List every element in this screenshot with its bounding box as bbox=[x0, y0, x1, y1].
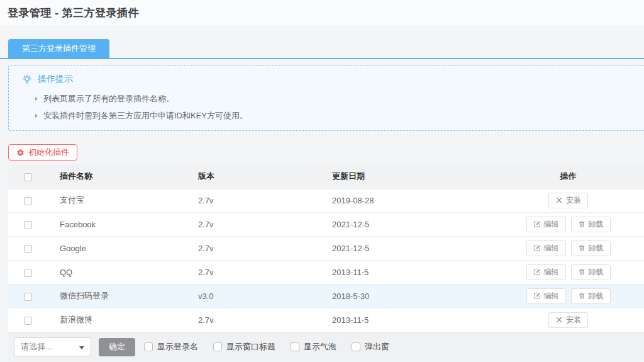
operation-tips-panel: 操作提示 列表页展示了所有的登录插件名称。 安装插件时需到各第三方应用中申请ID… bbox=[8, 65, 644, 131]
show-login-name-checkbox[interactable] bbox=[144, 342, 153, 351]
update-date-cell: 2013-11-5 bbox=[319, 308, 492, 332]
update-date-cell: 2019-08-28 bbox=[319, 188, 492, 212]
version-cell: 2.7v bbox=[186, 236, 319, 260]
row-checkbox[interactable] bbox=[24, 269, 32, 277]
batch-action-select[interactable]: 请选择... bbox=[14, 337, 91, 356]
update-date-cell: 2021-12-5 bbox=[319, 236, 492, 260]
plugin-name-cell: 微信扫码登录 bbox=[47, 284, 186, 308]
init-plugin-label: 初始化插件 bbox=[28, 147, 69, 158]
show-bubble-checkbox[interactable] bbox=[291, 342, 299, 351]
plugin-table: 插件名称 版本 更新日期 操作 支付宝2.7v2019-08-28安装Faceb… bbox=[8, 165, 644, 332]
option-popup-window[interactable]: 弹出窗 bbox=[352, 341, 389, 353]
update-date-cell: 2013-11-5 bbox=[319, 260, 492, 284]
table-row: 微信扫码登录v3.02018-5-30编辑卸载 bbox=[8, 284, 644, 308]
table-row: Facebook2.7v2021-12-5编辑卸载 bbox=[8, 212, 644, 236]
table-row: QQ2.7v2013-11-5编辑卸载 bbox=[8, 260, 644, 284]
row-uninstall-button[interactable]: 卸载 bbox=[571, 264, 611, 280]
table-row: 新浪微博2.7v2013-11-5安装 bbox=[8, 308, 644, 332]
version-cell: 2.7v bbox=[186, 260, 319, 284]
edit-pencil-icon bbox=[533, 292, 541, 300]
row-checkbox[interactable] bbox=[24, 197, 32, 205]
row-uninstall-button[interactable]: 卸载 bbox=[571, 288, 611, 304]
row-edit-button[interactable]: 编辑 bbox=[526, 288, 566, 304]
row-edit-button[interactable]: 编辑 bbox=[526, 264, 566, 280]
option-show-login-name[interactable]: 显示登录名 bbox=[144, 341, 198, 353]
version-cell: v3.0 bbox=[186, 284, 319, 308]
header-actions: 操作 bbox=[492, 165, 644, 188]
option-show-bubble[interactable]: 显示气泡 bbox=[291, 341, 336, 353]
version-cell: 2.7v bbox=[186, 212, 319, 236]
tips-title: 操作提示 bbox=[38, 74, 73, 85]
page-header: 登录管理 - 第三方登录插件 bbox=[0, 0, 644, 26]
bullet-arrow-icon bbox=[35, 114, 38, 118]
edit-pencil-icon bbox=[533, 268, 541, 276]
edit-pencil-icon bbox=[533, 220, 541, 228]
confirm-button[interactable]: 确定 bbox=[99, 338, 135, 356]
header-version: 版本 bbox=[186, 165, 319, 188]
tab-third-party-plugin-manage[interactable]: 第三方登录插件管理 bbox=[8, 39, 109, 58]
option-show-window-title[interactable]: 显示窗口标题 bbox=[213, 341, 275, 353]
table-row: 支付宝2.7v2019-08-28安装 bbox=[8, 188, 644, 212]
header-plugin-name: 插件名称 bbox=[47, 165, 186, 188]
trash-icon bbox=[578, 220, 586, 228]
update-date-cell: 2021-12-5 bbox=[319, 212, 492, 236]
caret-down-icon bbox=[79, 346, 84, 349]
trash-icon bbox=[578, 268, 586, 276]
gear-icon bbox=[16, 149, 25, 157]
tab-strip: 第三方登录插件管理 bbox=[0, 39, 644, 59]
row-install-button[interactable]: 安装 bbox=[548, 312, 588, 328]
tip-item: 安装插件时需到各第三方应用中申请ID和KEY方可使用。 bbox=[35, 107, 635, 124]
trash-icon bbox=[578, 244, 586, 252]
wrench-tools-icon bbox=[555, 196, 563, 204]
row-edit-button[interactable]: 编辑 bbox=[526, 240, 566, 256]
row-checkbox[interactable] bbox=[24, 245, 32, 253]
wrench-tools-icon bbox=[555, 316, 563, 324]
table-row: Google2.7v2021-12-5编辑卸载 bbox=[8, 236, 644, 260]
plugin-name-cell: 新浪微博 bbox=[47, 308, 186, 332]
row-uninstall-button[interactable]: 卸载 bbox=[571, 217, 611, 232]
show-window-title-checkbox[interactable] bbox=[213, 342, 222, 351]
plugin-name-cell: Google bbox=[47, 236, 186, 260]
plugin-table-body: 支付宝2.7v2019-08-28安装Facebook2.7v2021-12-5… bbox=[8, 188, 644, 332]
edit-pencil-icon bbox=[533, 244, 541, 252]
header-update-date: 更新日期 bbox=[319, 165, 492, 188]
table-footer-bar: 请选择... 确定 显示登录名 显示窗口标题 显示气泡 弹出窗 bbox=[8, 332, 644, 361]
trash-icon bbox=[578, 292, 586, 300]
page-title: 登录管理 - 第三方登录插件 bbox=[8, 6, 139, 20]
version-cell: 2.7v bbox=[186, 188, 319, 212]
select-value: 请选择... bbox=[21, 341, 52, 353]
row-checkbox[interactable] bbox=[24, 221, 32, 229]
row-edit-button[interactable]: 编辑 bbox=[526, 217, 566, 232]
tip-item: 列表页展示了所有的登录插件名称。 bbox=[35, 90, 635, 107]
row-checkbox[interactable] bbox=[24, 293, 32, 301]
plugin-name-cell: Facebook bbox=[47, 212, 186, 236]
row-install-button[interactable]: 安装 bbox=[548, 193, 588, 208]
bullet-arrow-icon bbox=[35, 97, 38, 101]
row-uninstall-button[interactable]: 卸载 bbox=[571, 240, 611, 256]
lightbulb-icon bbox=[21, 74, 33, 85]
update-date-cell: 2018-5-30 bbox=[319, 284, 492, 308]
popup-window-checkbox[interactable] bbox=[352, 342, 360, 351]
version-cell: 2.7v bbox=[186, 308, 319, 332]
plugin-name-cell: QQ bbox=[47, 260, 186, 284]
row-checkbox[interactable] bbox=[24, 317, 32, 325]
plugin-name-cell: 支付宝 bbox=[47, 188, 186, 212]
init-plugin-button[interactable]: 初始化插件 bbox=[8, 144, 77, 161]
select-all-checkbox[interactable] bbox=[24, 173, 32, 181]
table-header-row: 插件名称 版本 更新日期 操作 bbox=[8, 165, 644, 188]
